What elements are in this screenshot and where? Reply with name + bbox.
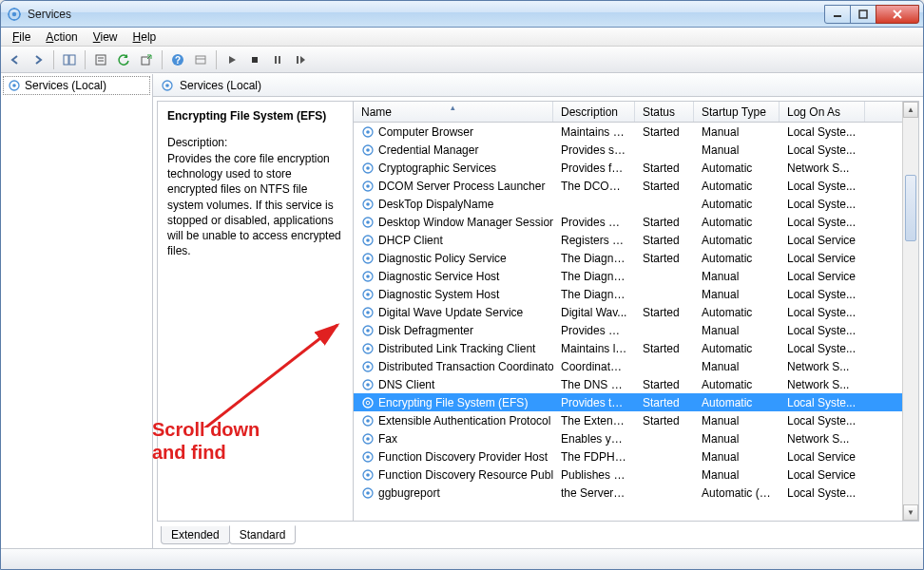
service-row[interactable]: Extensible Authentication ProtocolThe Ex… <box>354 411 918 429</box>
menu-help[interactable]: Help <box>125 28 164 46</box>
row-description: The Diagno... <box>553 252 635 265</box>
svg-point-37 <box>366 202 370 206</box>
row-startup: Manual <box>694 324 780 337</box>
right-header-title: Services (Local) <box>180 79 261 92</box>
column-startup[interactable]: Startup Type <box>694 102 780 122</box>
row-description: The Diagno... <box>553 270 635 283</box>
row-status: Started <box>635 342 694 355</box>
tab-extended[interactable]: Extended <box>161 526 230 544</box>
service-row[interactable]: Diagnostic Service HostThe Diagno...Manu… <box>354 267 918 285</box>
row-startup: Automatic <box>694 234 780 247</box>
maximize-button[interactable] <box>850 5 876 24</box>
gear-icon <box>361 270 375 283</box>
row-description: Provides De... <box>553 216 635 229</box>
service-row[interactable]: Cryptographic ServicesProvides fo...Star… <box>354 159 918 177</box>
scroll-thumb[interactable] <box>905 175 916 241</box>
row-logon: Network S... <box>780 378 865 391</box>
list-body[interactable]: Computer BrowserMaintains a...StartedMan… <box>354 123 918 521</box>
row-name: Disk Defragmenter <box>378 324 473 337</box>
help-button[interactable]: ? <box>167 49 188 70</box>
row-description: Publishes th... <box>553 468 635 482</box>
service-row[interactable]: Desktop Window Manager Session...Provide… <box>354 213 918 231</box>
back-button[interactable] <box>5 49 26 70</box>
gear-icon <box>361 234 375 247</box>
forward-button[interactable] <box>28 49 48 70</box>
titlebar[interactable]: Services <box>1 1 923 28</box>
gear-icon <box>361 252 375 265</box>
gear-icon <box>361 360 375 373</box>
gear-icon <box>361 414 375 428</box>
service-row[interactable]: DNS ClientThe DNS Cli...StartedAutomatic… <box>354 375 918 393</box>
show-hide-tree-button[interactable] <box>59 49 80 70</box>
menu-action[interactable]: Action <box>38 28 85 46</box>
column-name[interactable]: Name <box>354 102 553 122</box>
close-button[interactable] <box>876 5 919 24</box>
gear-icon <box>361 378 375 391</box>
tree-services-local[interactable]: Services (Local) <box>3 76 150 95</box>
right-body: Encrypting File System (EFS) Description… <box>157 101 919 522</box>
service-row[interactable]: Distributed Transaction CoordinatorCoord… <box>354 357 918 375</box>
gear-icon <box>361 162 375 175</box>
service-row[interactable]: Credential ManagerProvides se...ManualLo… <box>354 141 918 159</box>
svg-point-63 <box>366 437 370 441</box>
right-pane: Services (Local) Encrypting File System … <box>153 74 923 548</box>
svg-rect-23 <box>297 56 298 64</box>
row-name: Credential Manager <box>378 143 478 157</box>
row-startup: Automatic <box>694 252 780 265</box>
column-status[interactable]: Status <box>635 102 694 122</box>
svg-rect-12 <box>96 55 106 65</box>
svg-point-29 <box>366 130 370 134</box>
minimize-button[interactable] <box>824 5 851 24</box>
tab-standard[interactable]: Standard <box>229 525 297 544</box>
properties-button[interactable] <box>90 49 111 70</box>
service-row[interactable]: DHCP ClientRegisters an...StartedAutomat… <box>354 231 918 249</box>
service-row[interactable]: FaxEnables you...ManualNetwork S... <box>354 429 918 447</box>
row-status: Started <box>635 125 694 139</box>
service-row[interactable]: Encrypting File System (EFS)Provides th.… <box>354 393 918 411</box>
stop-service-button[interactable] <box>244 49 265 70</box>
scroll-track[interactable] <box>903 118 918 504</box>
restart-service-button[interactable] <box>290 49 311 70</box>
row-name: Function Discovery Provider Host <box>378 450 548 464</box>
service-row[interactable]: DeskTop DispalyNameAutomaticLocal Syste.… <box>354 195 918 213</box>
row-logon: Network S... <box>780 360 865 373</box>
column-logon[interactable]: Log On As <box>780 102 865 122</box>
scroll-down-button[interactable]: ▼ <box>903 504 918 521</box>
svg-rect-18 <box>196 56 205 64</box>
service-row[interactable]: DCOM Server Process LauncherThe DCOM...S… <box>354 177 918 195</box>
row-description: The FDPHO... <box>553 450 635 464</box>
menu-view[interactable]: View <box>86 28 125 46</box>
row-name: Distributed Transaction Coordinator <box>378 360 553 373</box>
svg-point-57 <box>366 383 370 387</box>
row-startup: Automatic <box>694 216 780 229</box>
row-name: ggbugreport <box>378 486 440 500</box>
scroll-up-button[interactable]: ▲ <box>903 102 918 118</box>
menu-file[interactable]: File <box>5 28 38 46</box>
menubar: File Action View Help <box>1 28 923 47</box>
column-description[interactable]: Description <box>553 102 635 122</box>
row-name: DCOM Server Process Launcher <box>378 180 545 193</box>
console-tree[interactable]: Services (Local) <box>1 74 153 548</box>
service-row[interactable]: ggbugreportthe Server is...Automatic (D.… <box>354 484 918 502</box>
service-row[interactable]: Diagnostic Policy ServiceThe Diagno...St… <box>354 249 918 267</box>
start-service-button[interactable] <box>221 49 242 70</box>
service-row[interactable]: Computer BrowserMaintains a...StartedMan… <box>354 123 918 141</box>
service-row[interactable]: Function Discovery Resource Publi...Publ… <box>354 466 918 484</box>
svg-point-59 <box>366 401 370 405</box>
row-logon: Local Syste... <box>780 324 865 337</box>
pause-service-button[interactable] <box>267 49 288 70</box>
vertical-scrollbar[interactable]: ▲ ▼ <box>902 102 918 521</box>
service-row[interactable]: Diagnostic System HostThe Diagno...Manua… <box>354 285 918 303</box>
service-row[interactable]: Disk DefragmenterProvides Dis...ManualLo… <box>354 321 918 339</box>
svg-point-47 <box>366 293 370 296</box>
refresh-button[interactable] <box>113 49 134 70</box>
service-row[interactable]: Function Discovery Provider HostThe FDPH… <box>354 447 918 466</box>
toolbar-button[interactable] <box>190 49 211 70</box>
export-button[interactable] <box>136 49 157 70</box>
service-row[interactable]: Digital Wave Update ServiceDigital Wav..… <box>354 303 918 321</box>
svg-point-39 <box>366 220 370 224</box>
service-row[interactable]: Distributed Link Tracking ClientMaintain… <box>354 339 918 357</box>
row-status: Started <box>635 162 694 175</box>
row-status: Started <box>635 396 694 409</box>
row-description: Provides Dis... <box>553 324 635 337</box>
